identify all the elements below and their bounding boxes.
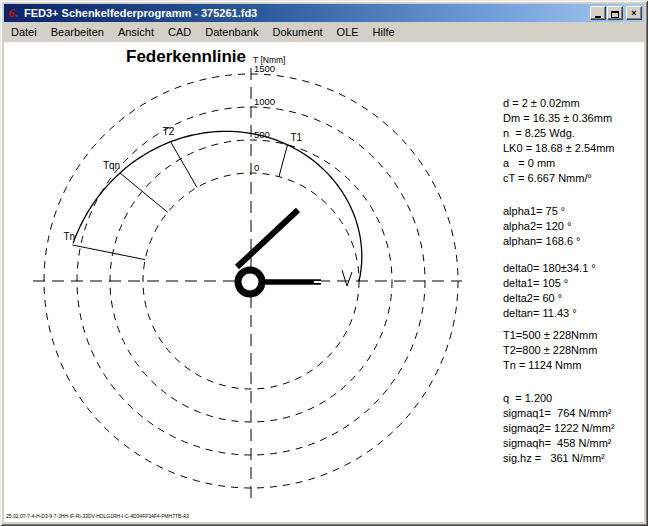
chart-title: Federkennlinie bbox=[126, 47, 246, 66]
point-label-Tqn: Tqn bbox=[103, 160, 120, 171]
param-line: deltan= 11.43 ° bbox=[503, 306, 648, 321]
app-icon[interactable]: 6. bbox=[6, 6, 20, 20]
title-bar[interactable]: 6. FED3+ Schenkelfederprogramm - 375261.… bbox=[4, 4, 644, 22]
menu-item-ansicht[interactable]: Ansicht bbox=[111, 24, 161, 40]
curve-start-tick bbox=[342, 270, 347, 286]
param-block-5: q = 1.200sigmaq1= 764 N/mm²sigmaq2= 1222… bbox=[503, 391, 648, 466]
param-line: d = 2 ± 0.02mm bbox=[503, 96, 648, 111]
close-icon: × bbox=[631, 8, 636, 18]
param-block-2: alpha1= 75 °alpha2= 120 °alphan= 168.6 ° bbox=[503, 204, 648, 249]
param-line: n = 8.25 Wdg. bbox=[503, 126, 648, 141]
menu-item-cad[interactable]: CAD bbox=[161, 24, 198, 40]
param-line: T1=500 ± 228Nmm bbox=[503, 328, 648, 343]
point-tick-T1 bbox=[279, 145, 288, 177]
point-label-T1: T1 bbox=[290, 132, 302, 143]
point-label-T2: T2 bbox=[163, 126, 175, 137]
param-line: alpha2= 120 ° bbox=[503, 219, 648, 234]
point-label-Tn: Tn bbox=[63, 231, 75, 242]
param-line: T2=800 ± 228Nmm bbox=[503, 343, 648, 358]
spring-leg-upper bbox=[237, 210, 298, 267]
param-line: alpha1= 75 ° bbox=[503, 204, 648, 219]
param-line: delta0= 180±34.1 ° bbox=[503, 261, 648, 276]
param-block-3: delta0= 180±34.1 °delta1= 105 °delta2= 6… bbox=[503, 261, 648, 321]
point-tick-T2 bbox=[171, 142, 197, 188]
spring-coil bbox=[238, 270, 262, 294]
menu-item-ole[interactable]: OLE bbox=[330, 24, 366, 40]
param-line: sig.hz = 361 N/mm² bbox=[503, 451, 648, 466]
close-button[interactable]: × bbox=[626, 6, 642, 20]
param-line: Tn = 1124 Nmm bbox=[503, 358, 648, 373]
footer-text: 25.02.07-7-4-H-D3-9-7-JHH-IF-RI-33DV-HDL… bbox=[6, 514, 189, 519]
menu-item-hilfe[interactable]: Hilfe bbox=[366, 24, 402, 40]
maximize-button[interactable] bbox=[607, 6, 623, 20]
param-line: alphan= 168.6 ° bbox=[503, 234, 648, 249]
param-line: q = 1.200 bbox=[503, 391, 648, 406]
menu-item-datenbank[interactable]: Datenbank bbox=[198, 24, 265, 40]
characteristic-curve bbox=[73, 131, 362, 281]
menu-item-dokument[interactable]: Dokument bbox=[265, 24, 329, 40]
minimize-button[interactable] bbox=[590, 6, 606, 20]
curve-start-tick bbox=[347, 272, 352, 286]
menu-item-datei[interactable]: Datei bbox=[4, 24, 44, 40]
drawing-canvas: 050010001500FederkennlinieT [Nmm]T1T2Tqn… bbox=[4, 42, 644, 522]
spring-characteristic-chart: 050010001500FederkennlinieT [Nmm]T1T2Tqn… bbox=[4, 42, 499, 512]
param-block-4: T1=500 ± 228NmmT2=800 ± 228NmmTn = 1124 … bbox=[503, 328, 648, 373]
param-line: LK0 = 18.68 ± 2.54mm bbox=[503, 141, 648, 156]
point-tick-Tn bbox=[72, 245, 145, 260]
param-line: sigmaq2= 1222 N/mm² bbox=[503, 421, 648, 436]
app-window: 6. FED3+ Schenkelfederprogramm - 375261.… bbox=[0, 0, 648, 526]
param-line: a = 0 mm bbox=[503, 156, 648, 171]
point-tick-Tqn bbox=[120, 173, 168, 212]
param-line: Dm = 16.35 ± 0.36mm bbox=[503, 111, 648, 126]
param-line: sigmaqh= 458 N/mm² bbox=[503, 436, 648, 451]
minimize-icon bbox=[595, 16, 601, 18]
radial-axis-label: T [Nmm] bbox=[253, 55, 285, 65]
param-line: delta1= 105 ° bbox=[503, 276, 648, 291]
param-line: cT = 6.667 Nmm/° bbox=[503, 171, 648, 186]
param-line: delta2= 60 ° bbox=[503, 291, 648, 306]
param-line: sigmaq1= 764 N/mm² bbox=[503, 406, 648, 421]
maximize-icon bbox=[611, 11, 619, 18]
menu-item-bearbeiten[interactable]: Bearbeiten bbox=[44, 24, 111, 40]
menu-bar: DateiBearbeitenAnsichtCADDatenbankDokume… bbox=[4, 23, 644, 41]
radial-tick-label: 1000 bbox=[254, 96, 275, 107]
window-title: FED3+ Schenkelfederprogramm - 375261.fd3 bbox=[24, 7, 589, 19]
radial-tick-label: 0 bbox=[254, 162, 259, 173]
param-block-1: d = 2 ± 0.02mmDm = 16.35 ± 0.36mmn = 8.2… bbox=[503, 96, 648, 186]
